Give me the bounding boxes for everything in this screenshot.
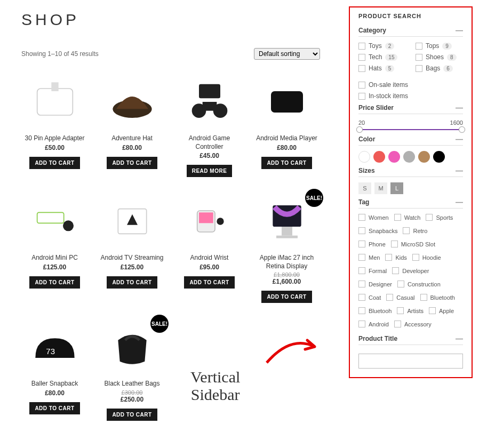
checkbox-row[interactable]: Retro [403,227,427,234]
checkbox-row[interactable]: Formal [358,267,387,274]
checkbox-icon[interactable] [385,254,392,261]
add-to-cart-button[interactable]: ADD TO CART [107,276,157,289]
checkbox-icon[interactable] [397,281,404,287]
checkbox-icon[interactable] [394,321,401,327]
checkbox-icon[interactable] [358,294,365,301]
add-to-cart-button[interactable]: ADD TO CART [29,276,79,289]
size-option[interactable]: M [374,182,387,194]
add-to-cart-button[interactable]: ADD TO CART [29,157,79,169]
product-title[interactable]: Android Game Controller [176,134,243,151]
product-card[interactable]: Android TV Streaming£125.00ADD TO CART [99,192,165,303]
checkbox-icon[interactable] [416,65,422,72]
checkbox-row[interactable]: Watch [394,214,421,221]
product-title[interactable]: Android Media Player [256,134,317,143]
product-image[interactable] [258,73,316,131]
checkbox-row[interactable]: Construction [397,281,441,287]
collapse-icon[interactable]: — [456,105,463,110]
checkbox-icon[interactable] [391,241,398,247]
product-image[interactable] [180,73,239,131]
collapse-icon[interactable]: — [456,168,463,173]
product-card[interactable]: Android Media Player£80.00ADD TO CART [253,73,320,177]
color-swatch[interactable] [373,151,385,163]
slider-thumb-min[interactable] [356,126,363,133]
checkbox-row[interactable]: Designer [358,281,392,287]
product-card[interactable]: Android Wrist£95.00ADD TO CART [176,192,243,303]
collapse-icon[interactable]: — [456,137,463,142]
checkbox-icon[interactable] [392,267,399,274]
checkbox-icon[interactable] [358,254,365,261]
checkbox-row[interactable]: Android [358,321,389,327]
collapse-icon[interactable]: — [456,336,463,341]
product-title[interactable]: Android Wrist [190,254,229,262]
checkbox-icon[interactable] [403,227,410,234]
checkbox-icon[interactable] [416,43,422,50]
product-card[interactable]: SALE!Apple iMac 27 inch Retina Display£1… [253,192,320,303]
add-to-cart-button[interactable]: ADD TO CART [184,276,234,289]
checkbox-icon[interactable] [358,82,365,89]
product-card[interactable]: 73Baller Snapback£80.00ADD TO CART [21,318,88,421]
checkbox-row[interactable]: Bluetooh [358,307,392,314]
checkbox-icon[interactable] [386,294,393,301]
checkbox-icon[interactable] [397,307,404,314]
checkbox-row[interactable]: In-stock items [358,92,463,100]
checkbox-icon[interactable] [358,241,365,247]
color-swatch[interactable] [418,151,430,163]
product-card[interactable]: 30 Pin Apple Adapter£50.00ADD TO CART [21,73,88,177]
checkbox-row[interactable]: Shoes8 [416,53,463,61]
checkbox-icon[interactable] [358,267,365,274]
price-slider[interactable] [358,129,463,130]
checkbox-row[interactable]: Developer [392,267,429,274]
checkbox-icon[interactable] [416,54,422,61]
add-to-cart-button[interactable]: ADD TO CART [107,157,157,169]
product-title[interactable]: Apple iMac 27 inch Retina Display [253,254,320,270]
product-title[interactable]: 30 Pin Apple Adapter [25,134,84,143]
product-image[interactable] [103,192,162,251]
checkbox-icon[interactable] [420,294,427,301]
checkbox-row[interactable]: On-sale items [358,81,463,89]
checkbox-icon[interactable] [358,307,365,314]
checkbox-row[interactable]: Hoodie [412,254,441,261]
checkbox-icon[interactable] [358,54,365,61]
checkbox-icon[interactable] [358,65,365,72]
product-card[interactable]: SALE!Black Leather Bags£300.00£250.00ADD… [99,318,165,421]
checkbox-row[interactable]: Accessory [394,321,432,327]
checkbox-row[interactable]: Snapbacks [358,227,397,234]
size-option[interactable]: S [358,182,371,194]
read-more-button[interactable]: READ MORE [187,165,233,177]
checkbox-icon[interactable] [358,281,365,287]
checkbox-row[interactable]: Kids [385,254,406,261]
collapse-icon[interactable]: — [456,199,463,205]
checkbox-row[interactable]: Coat [358,294,381,301]
checkbox-row[interactable]: Tech15 [358,53,406,61]
checkbox-row[interactable]: Sports [426,214,453,221]
checkbox-icon[interactable] [358,214,365,221]
checkbox-icon[interactable] [358,227,365,234]
color-swatch[interactable] [403,151,415,163]
checkbox-icon[interactable] [394,214,401,221]
product-image[interactable] [26,192,84,251]
checkbox-icon[interactable] [358,43,365,50]
product-title-input[interactable] [358,354,463,369]
product-title[interactable]: Adventure Hat [111,134,153,143]
sort-select[interactable]: Default sorting [254,48,320,60]
checkbox-row[interactable]: Toys2 [358,42,406,50]
add-to-cart-button[interactable]: ADD TO CART [29,402,79,414]
product-image[interactable]: 73 [26,318,84,377]
product-card[interactable]: Android Game Controller£45.00READ MORE [176,73,243,177]
checkbox-row[interactable]: MicroSD Slot [391,241,435,247]
product-image[interactable] [180,192,239,251]
product-title[interactable]: Android Mini PC [31,254,78,262]
checkbox-row[interactable]: Tops9 [416,42,463,50]
checkbox-icon[interactable] [429,307,436,314]
checkbox-row[interactable]: Hats5 [358,65,406,72]
product-card[interactable]: Android Mini PC£125.00ADD TO CART [21,192,88,303]
checkbox-icon[interactable] [412,254,419,261]
product-title[interactable]: Baller Snapback [31,380,78,388]
checkbox-icon[interactable] [426,214,433,221]
checkbox-icon[interactable] [358,321,365,327]
checkbox-row[interactable]: Bluetooth [420,294,455,301]
product-card[interactable]: Adventure Hat£80.00ADD TO CART [99,73,165,177]
product-title[interactable]: Black Leather Bags [104,380,159,388]
checkbox-row[interactable]: Apple [429,307,454,314]
checkbox-row[interactable]: Men [358,254,380,261]
